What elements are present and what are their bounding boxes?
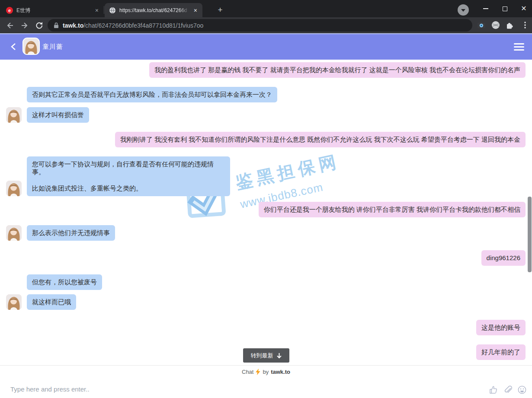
close-icon: ✕ bbox=[521, 5, 526, 12]
back-chevron-icon[interactable] bbox=[10, 42, 18, 51]
maximize-icon bbox=[503, 6, 507, 11]
message-row: 这是他的账号 bbox=[476, 320, 526, 335]
tab-esball[interactable]: e E世博 × bbox=[2, 3, 104, 17]
branding-by-label: by bbox=[263, 369, 269, 375]
tab-title: https://tawk.to/chat/6247266d bbox=[119, 7, 189, 13]
message-line: 比如说集团式投注、多重帐号之类的。 bbox=[32, 185, 225, 192]
visitor-message-bubble: ding961226 bbox=[481, 250, 526, 266]
message-row: 就这样而已哦 bbox=[6, 294, 76, 310]
message-row: 但您有，所以您被废号 bbox=[27, 274, 102, 290]
url-path: /chat/6247266d0bfe3f4a87710d81/1fvius7oo bbox=[83, 22, 203, 29]
agent-message-bubble: 但您有，所以您被废号 bbox=[27, 274, 102, 290]
message-row: 你们平台还是我一个朋友给我的 讲你们平台非常厉害 我讲你们平台卡我的款他们都不相… bbox=[259, 202, 526, 217]
new-tab-button[interactable]: + bbox=[215, 4, 226, 16]
message-row: 好几年前的了 bbox=[476, 344, 526, 360]
close-window-button[interactable]: ✕ bbox=[514, 0, 532, 17]
tab-title: E世博 bbox=[16, 7, 91, 14]
reload-icon[interactable] bbox=[35, 21, 44, 30]
lock-icon bbox=[54, 22, 59, 29]
visitor-message-bubble: 你们平台还是我一个朋友给我的 讲你们平台非常厉害 我讲你们平台卡我的款他们都不相… bbox=[259, 202, 526, 217]
composer-bar bbox=[0, 379, 532, 398]
profile-icon[interactable] bbox=[491, 20, 500, 30]
visitor-message-bubble: 好几年前的了 bbox=[476, 344, 526, 360]
scrollbar-thumb[interactable] bbox=[528, 197, 532, 272]
message-row: 这样才叫有损信誉 bbox=[6, 107, 89, 123]
address-bar[interactable]: tawk.to/chat/6247266d0bfe3f4a87710d81/1f… bbox=[48, 19, 472, 32]
agent-avatar bbox=[6, 107, 22, 123]
back-icon[interactable] bbox=[5, 21, 15, 30]
message-row: 您可以参考一下协议与规则，自行查看是否有任何可能的违规情事。 比如说集团式投注、… bbox=[6, 156, 230, 196]
message-row: 否则其它正常会员是否就平白无故博彩风险，而非法会员却可以拿回本金再来一次？ bbox=[27, 87, 277, 102]
message-line: 您可以参考一下协议与规则，自行查看是否有任何可能的违规情事。 bbox=[32, 160, 225, 176]
agent-message-bubble: 这样才叫有损信誉 bbox=[27, 107, 89, 123]
jump-to-latest-label: 转到最新 bbox=[251, 352, 273, 360]
forward-icon[interactable] bbox=[20, 21, 29, 30]
browser-tab-strip: e E世博 × https://tawk.to/chat/6247266d × … bbox=[0, 0, 532, 17]
tab-search-button[interactable] bbox=[458, 4, 469, 16]
agent-message-bubble: 那么表示他们并无违规情事 bbox=[27, 225, 115, 241]
close-icon[interactable]: × bbox=[94, 6, 99, 14]
extensions-puzzle-icon[interactable] bbox=[505, 20, 514, 30]
thumbs-up-icon[interactable] bbox=[489, 385, 498, 395]
chevron-down-icon bbox=[461, 9, 465, 12]
close-icon[interactable]: × bbox=[193, 6, 198, 14]
tab-separator bbox=[104, 6, 104, 14]
paperclip-icon[interactable] bbox=[503, 385, 513, 395]
agent-message-bubble: 您可以参考一下协议与规则，自行查看是否有任何可能的违规情事。 比如说集团式投注、… bbox=[27, 156, 230, 196]
branding-chat-label: Chat bbox=[242, 369, 253, 375]
camera-extension-icon[interactable] bbox=[477, 20, 486, 30]
globe-icon bbox=[109, 7, 116, 14]
tab-tawk-chat[interactable]: https://tawk.to/chat/6247266d × bbox=[105, 3, 202, 17]
esball-red-e-icon: e bbox=[6, 7, 13, 14]
contact-avatar[interactable] bbox=[22, 38, 40, 55]
agent-message-bubble: 就这样而已哦 bbox=[27, 294, 76, 310]
url-host: tawk.to bbox=[63, 22, 83, 29]
minimize-button[interactable] bbox=[476, 0, 495, 17]
agent-avatar bbox=[6, 181, 22, 196]
smiley-icon[interactable] bbox=[517, 385, 527, 395]
hamburger-menu-icon[interactable] bbox=[514, 43, 524, 53]
divider bbox=[0, 365, 532, 366]
minimize-icon bbox=[483, 8, 488, 9]
jump-to-latest-button[interactable]: 转到最新 bbox=[243, 348, 289, 363]
message-input[interactable] bbox=[10, 383, 400, 395]
message-row: 我的盈利我也讲了 那是赢的钱 我不要了 就请贵平台把我的本金给我就行了 这就是一… bbox=[149, 62, 526, 78]
contact-name: 童川蔷 bbox=[42, 43, 63, 51]
url-text: tawk.to/chat/6247266d0bfe3f4a87710d81/1f… bbox=[63, 22, 203, 29]
message-row: ding961226 bbox=[481, 250, 526, 266]
agent-avatar bbox=[6, 294, 22, 310]
agent-message-bubble: 否则其它正常会员是否就平白无故博彩风险，而非法会员却可以拿回本金再来一次？ bbox=[27, 87, 277, 102]
tawk-to-link[interactable]: tawk.to bbox=[271, 369, 290, 375]
arrow-down-icon bbox=[276, 353, 282, 359]
tawk-branding: Chat by tawk.to bbox=[0, 369, 532, 375]
chat-header bbox=[0, 33, 532, 60]
visitor-message-bubble: 我的盈利我也讲了 那是赢的钱 我不要了 就请贵平台把我的本金给我就行了 这就是一… bbox=[149, 62, 526, 78]
kebab-menu-icon[interactable] bbox=[520, 20, 530, 30]
message-row: 那么表示他们并无违规情事 bbox=[6, 225, 115, 241]
lightning-bolt-icon bbox=[256, 369, 260, 375]
message-row: 我刚刚讲了 我没有套利 我不知道你们所谓的风险下注是什么意思 既然你们不允许这么… bbox=[115, 132, 526, 147]
maximize-button[interactable] bbox=[495, 0, 514, 17]
agent-avatar bbox=[6, 225, 22, 241]
visitor-message-bubble: 我刚刚讲了 我没有套利 我不知道你们所谓的风险下注是什么意思 既然你们不允许这么… bbox=[115, 132, 526, 147]
visitor-message-bubble: 这是他的账号 bbox=[476, 320, 526, 335]
